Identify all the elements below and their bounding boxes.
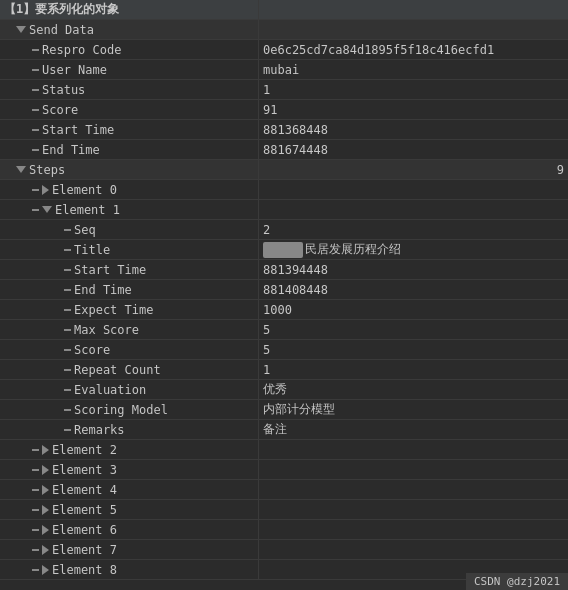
status-value: 1 [258,80,568,99]
element-3-label: Element 3 [0,463,258,477]
scoring-model-label: Scoring Model [0,403,258,417]
scoring-model-value: 内部计分模型 [258,400,568,419]
element-2-label: Element 2 [0,443,258,457]
end-time-row: End Time 881674448 [0,140,568,160]
dash-icon [32,209,39,211]
dash-icon [64,269,71,271]
steps-toggle-icon[interactable] [16,166,26,173]
scoring-model-row: Scoring Model 内部计分模型 [0,400,568,420]
dash-icon [32,449,39,451]
element-4-value [258,480,568,499]
seq-label: Seq [0,223,258,237]
element-3-toggle-icon[interactable] [42,465,49,475]
send-data-row[interactable]: Send Data [0,20,568,40]
remarks-value: 备注 [258,420,568,439]
element-4-text: Element 4 [52,483,117,497]
element-0-value [258,180,568,199]
element-4-toggle-icon[interactable] [42,485,49,495]
element-0-label: Element 0 [0,183,258,197]
evaluation-value: 优秀 [258,380,568,399]
respro-code-value: 0e6c25cd7ca84d1895f5f18c416ecfd1 [258,40,568,59]
dash-icon [64,349,71,351]
expect-time-value: 1000 [258,300,568,319]
element-6-row[interactable]: Element 6 [0,520,568,540]
seq-value: 2 [258,220,568,239]
footer-text: CSDN @dzj2021 [474,575,560,588]
max-score-value: 5 [258,320,568,339]
element-2-row[interactable]: Element 2 [0,440,568,460]
dash-icon [64,329,71,331]
element-4-row[interactable]: Element 4 [0,480,568,500]
element-5-row[interactable]: Element 5 [0,500,568,520]
dash-icon [32,569,39,571]
element-1-row[interactable]: Element 1 [0,200,568,220]
element-6-toggle-icon[interactable] [42,525,49,535]
send-data-value [258,20,568,39]
element-7-row[interactable]: Element 7 [0,540,568,560]
element-1-toggle-icon[interactable] [42,206,52,213]
max-score-row: Max Score 5 [0,320,568,340]
repeat-count-row: Repeat Count 1 [0,360,568,380]
element-6-label: Element 6 [0,523,258,537]
steps-count: 9 [557,163,564,177]
dash-icon [64,429,71,431]
header-row: 【1】要系列化的对象 [0,0,568,20]
max-score-label: Max Score [0,323,258,337]
element-7-value [258,540,568,559]
send-data-text: Send Data [29,23,94,37]
dash-icon [32,149,39,151]
title-row: Title 民居发展历程介绍 [0,240,568,260]
send-data-toggle-icon[interactable] [16,26,26,33]
footer: CSDN @dzj2021 [466,573,568,590]
header-title: 【1】要系列化的对象 [4,1,119,18]
element-8-label: Element 8 [0,563,258,577]
e1-end-time-row: End Time 881408448 [0,280,568,300]
evaluation-row: Evaluation 优秀 [0,380,568,400]
status-label: Status [0,83,258,97]
dash-icon [32,89,39,91]
element-2-text: Element 2 [52,443,117,457]
start-time-value: 881368448 [258,120,568,139]
remarks-row: Remarks 备注 [0,420,568,440]
expect-time-row: Expect Time 1000 [0,300,568,320]
element-5-label: Element 5 [0,503,258,517]
e1-start-time-label: Start Time [0,263,258,277]
element-0-row[interactable]: Element 0 [0,180,568,200]
e1-end-time-value: 881408448 [258,280,568,299]
element-7-toggle-icon[interactable] [42,545,49,555]
element-0-toggle-icon[interactable] [42,185,49,195]
element-2-toggle-icon[interactable] [42,445,49,455]
steps-row[interactable]: Steps 9 [0,160,568,180]
element-5-toggle-icon[interactable] [42,505,49,515]
e1-score-row: Score 5 [0,340,568,360]
send-data-label: Send Data [0,23,258,37]
expect-time-label: Expect Time [0,303,258,317]
e1-score-label: Score [0,343,258,357]
dash-icon [64,229,71,231]
element-3-value [258,460,568,479]
element-8-toggle-icon[interactable] [42,565,49,575]
score-row: Score 91 [0,100,568,120]
steps-value: 9 [258,160,568,179]
dash-icon [32,509,39,511]
username-value: mubai [258,60,568,79]
element-3-text: Element 3 [52,463,117,477]
status-row: Status 1 [0,80,568,100]
element-1-label: Element 1 [0,203,258,217]
element-8-text: Element 8 [52,563,117,577]
e1-start-time-value: 881394448 [258,260,568,279]
header-label: 【1】要系列化的对象 [0,1,258,18]
e1-score-value: 5 [258,340,568,359]
score-label: Score [0,103,258,117]
dash-icon [64,289,71,291]
seq-row: Seq 2 [0,220,568,240]
dash-icon [64,249,71,251]
e1-start-time-row: Start Time 881394448 [0,260,568,280]
element-1-text: Element 1 [55,203,120,217]
element-3-row[interactable]: Element 3 [0,460,568,480]
element-4-label: Element 4 [0,483,258,497]
element-5-text: Element 5 [52,503,117,517]
dash-icon [32,469,39,471]
e1-end-time-label: End Time [0,283,258,297]
repeat-count-label: Repeat Count [0,363,258,377]
